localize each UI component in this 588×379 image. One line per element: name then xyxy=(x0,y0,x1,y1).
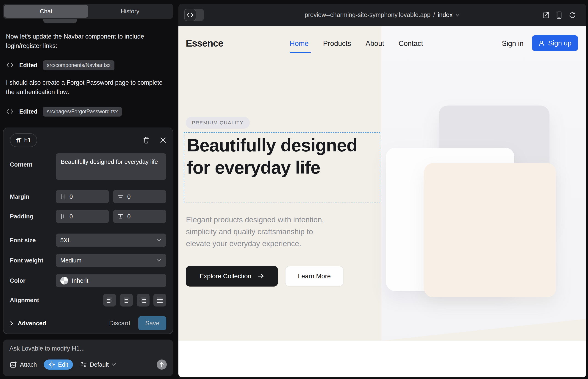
hero-section: Essence Home Products About Contact Sign… xyxy=(178,26,586,341)
refresh-button[interactable] xyxy=(569,12,576,19)
hero-description: Elegant products designed with intention… xyxy=(186,214,337,250)
margin-horizontal-icon xyxy=(60,194,66,200)
mobile-icon xyxy=(556,11,562,19)
chevron-right-icon xyxy=(10,320,14,326)
website-viewport: Essence Home Products About Contact Sign… xyxy=(178,26,586,377)
code-icon xyxy=(6,108,14,115)
attach-button[interactable]: Attach xyxy=(9,361,37,368)
edit-mode-button[interactable]: Edit xyxy=(44,360,73,370)
refresh-icon xyxy=(569,12,576,19)
align-right-icon xyxy=(140,297,147,303)
prompt-input[interactable]: Ask Lovable to modify H1... xyxy=(9,345,167,352)
chat-message: I should also create a Forgot Password p… xyxy=(6,78,168,97)
arrow-up-icon xyxy=(159,362,164,367)
prompt-composer: Ask Lovable to modify H1... Attach Edit … xyxy=(3,340,173,376)
align-left-icon xyxy=(106,297,113,303)
color-swatch xyxy=(60,277,68,284)
chevron-down-icon xyxy=(455,14,460,17)
browser-preview-panel: preview--charming-site-symphony.lovable.… xyxy=(178,4,586,377)
url-separator: / xyxy=(433,12,435,19)
advanced-toggle[interactable]: Advanced xyxy=(10,320,46,327)
padding-x-input[interactable]: 0 xyxy=(56,210,109,223)
editor-header: TT h1 xyxy=(10,133,166,147)
user-icon xyxy=(539,40,545,46)
edited-label: Edited xyxy=(19,62,37,69)
align-center-button[interactable] xyxy=(120,294,133,306)
color-label: Color xyxy=(10,277,56,284)
margin-label: Margin xyxy=(10,193,56,200)
font-size-label: Font size xyxy=(10,237,56,244)
chevron-down-icon xyxy=(156,238,162,242)
align-justify-icon xyxy=(156,297,163,303)
hero-headline[interactable]: Beautifully designed for everyday life xyxy=(184,133,358,179)
alignment-label: Alignment xyxy=(10,297,56,304)
selected-element-outline[interactable]: Beautifully designed for everyday life xyxy=(184,132,380,203)
edited-file-chip[interactable]: src/components/Navbar.tsx xyxy=(43,60,114,70)
save-button[interactable]: Save xyxy=(138,316,166,330)
nav-link-contact[interactable]: Contact xyxy=(399,39,423,48)
url-host: preview--charming-site-symphony.lovable.… xyxy=(305,12,431,19)
learn-more-button[interactable]: Learn More xyxy=(285,266,343,286)
tab-history[interactable]: History xyxy=(88,5,172,18)
app-window: Chat History Now let's update the Navbar… xyxy=(0,0,588,379)
element-tag-label: h1 xyxy=(24,137,31,144)
padding-label: Padding xyxy=(10,213,56,220)
text-size-icon: TT xyxy=(16,136,22,144)
chevron-down-icon xyxy=(111,363,116,366)
nav-link-products[interactable]: Products xyxy=(323,39,351,48)
margin-y-input[interactable]: 0 xyxy=(113,190,166,203)
content-label: Content xyxy=(10,153,56,168)
site-logo[interactable]: Essence xyxy=(186,38,223,49)
external-link-icon xyxy=(542,12,549,19)
target-icon xyxy=(48,361,55,368)
trash-icon xyxy=(143,137,150,144)
delete-element-button[interactable] xyxy=(143,137,150,144)
chat-message: Now let's update the Navbar component to… xyxy=(6,32,168,51)
mode-select[interactable]: Default xyxy=(80,361,116,368)
padding-vertical-icon xyxy=(118,213,124,219)
font-weight-select[interactable]: Medium xyxy=(56,254,166,267)
edited-file-row[interactable]: Edited src/components/Navbar.tsx xyxy=(6,60,114,70)
font-weight-label: Font weight xyxy=(10,257,56,264)
nav-links: Home Products About Contact xyxy=(290,39,423,48)
align-justify-button[interactable] xyxy=(154,294,166,306)
active-nav-underline xyxy=(290,52,311,53)
sliders-icon xyxy=(80,361,87,368)
premium-badge: PREMIUM QUALITY xyxy=(186,117,250,129)
edited-label: Edited xyxy=(19,108,37,115)
element-tag-chip[interactable]: TT h1 xyxy=(10,133,37,147)
chevron-down-icon xyxy=(156,259,162,262)
url-page: index xyxy=(438,12,453,19)
hero-cta-row: Explore Collection Learn More xyxy=(186,266,343,286)
url-breadcrumb[interactable]: preview--charming-site-symphony.lovable.… xyxy=(178,4,586,26)
sidebar-tabbar: Chat History xyxy=(3,4,173,19)
decor-card-cream xyxy=(424,163,556,297)
discard-button[interactable]: Discard xyxy=(109,320,130,327)
nav-link-about[interactable]: About xyxy=(366,39,384,48)
arrow-right-icon xyxy=(257,273,264,279)
nav-link-home[interactable]: Home xyxy=(290,39,309,48)
align-center-icon xyxy=(123,297,130,303)
sign-in-button[interactable]: Sign in xyxy=(502,39,524,48)
close-panel-button[interactable] xyxy=(160,137,166,143)
mobile-view-button[interactable] xyxy=(556,11,562,19)
font-size-select[interactable]: 5XL xyxy=(56,234,166,247)
align-right-button[interactable] xyxy=(137,294,150,306)
padding-horizontal-icon xyxy=(60,213,66,219)
browser-topbar: preview--charming-site-symphony.lovable.… xyxy=(178,4,586,26)
margin-vertical-icon xyxy=(118,194,124,199)
send-button[interactable] xyxy=(157,360,167,370)
content-input[interactable]: Beautifully designed for everyday life xyxy=(56,153,166,180)
edited-file-row[interactable]: Edited src/pages/ForgotPassword.tsx xyxy=(6,107,122,117)
margin-x-input[interactable]: 0 xyxy=(56,190,109,203)
element-editor-panel: TT h1 Content Beautifully designed for e… xyxy=(3,127,173,334)
explore-collection-button[interactable]: Explore Collection xyxy=(186,266,278,286)
color-select[interactable]: Inherit xyxy=(56,274,166,287)
padding-y-input[interactable]: 0 xyxy=(113,210,166,223)
open-external-button[interactable] xyxy=(542,12,549,19)
tab-chat[interactable]: Chat xyxy=(4,5,88,18)
sign-up-button[interactable]: Sign up xyxy=(532,35,578,51)
align-left-button[interactable] xyxy=(103,294,116,306)
close-icon xyxy=(160,137,166,143)
edited-file-chip[interactable]: src/pages/ForgotPassword.tsx xyxy=(43,107,122,117)
